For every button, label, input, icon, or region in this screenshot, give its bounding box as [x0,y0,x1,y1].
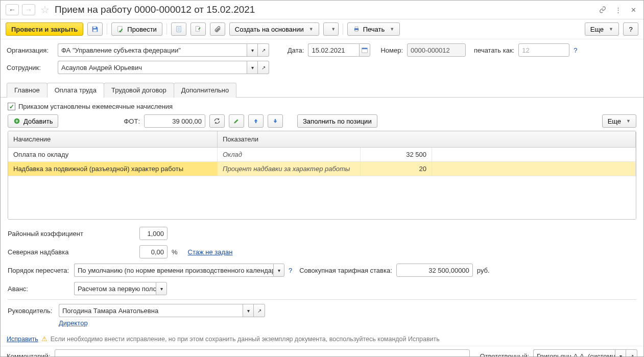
tab-pay[interactable]: Оплата труда [47,83,104,98]
rate-label: Совокупная тарифная ставка: [299,267,392,274]
region-coef-label: Районный коэффициент [8,230,135,237]
rate-unit: руб. [477,267,490,274]
date-input[interactable]: 15.02.2021 [308,43,359,57]
grid-col-accrual[interactable]: Начисление [8,131,218,147]
tab-main[interactable]: Главное [7,83,47,98]
print-as-help[interactable]: ? [574,46,577,54]
refresh-button[interactable] [209,114,225,128]
stage-link[interactable]: Стаж не задан [188,248,233,256]
table-row[interactable]: Надбавка за подвижной (разъездной) харак… [8,162,636,176]
favorite-star-icon[interactable]: ☆ [40,4,50,16]
north-input[interactable]: 0,00 [139,245,168,258]
org-input[interactable]: ФА "Управление субъекта федерации" [58,43,247,57]
svg-rect-12 [362,48,368,49]
employee-label: Сотрудник: [7,64,54,72]
move-down-button[interactable] [268,114,283,128]
table-row[interactable]: Оплата по окладу Оклад 32 500 [8,148,636,162]
nav-forward-button[interactable]: → [22,4,35,15]
date-picker-button[interactable] [359,43,370,57]
comment-input[interactable] [55,349,470,357]
print-as-label: печатать как: [474,46,514,54]
manager-open-button[interactable]: ↗ [254,304,265,317]
employee-open-button[interactable]: ↗ [258,61,269,74]
monthly-accruals-label: Приказом установлены ежемесячные начисле… [18,103,173,110]
kebab-menu-icon[interactable]: ⋮ [613,5,623,15]
manager-label: Руководитель: [8,307,55,315]
print-button[interactable]: Печать▼ [347,22,400,36]
folder-go-button[interactable]: ▼ [323,22,339,36]
advance-select[interactable]: Расчетом за первую поло [74,282,156,295]
svg-rect-10 [355,30,358,32]
move-up-button[interactable] [248,114,264,128]
employee-dropdown-button[interactable]: ▾ [247,61,258,74]
attach-button[interactable] [210,22,225,36]
post-button[interactable]: Провести [111,22,162,36]
region-coef-input[interactable]: 1,000 [139,227,168,240]
close-button[interactable]: ✕ [628,5,638,15]
fot-label: ФОТ: [124,117,140,125]
tab-contract[interactable]: Трудовой договор [104,83,174,98]
grid-col-params[interactable]: Показатели [218,131,636,147]
manager-input[interactable]: Погодина Тамара Анатольевна [59,304,243,317]
more-button[interactable]: Еще▼ [585,22,619,36]
responsible-open-button[interactable]: ↗ [626,349,637,357]
recalc-help[interactable]: ? [289,267,292,274]
employee-input[interactable]: Асаулов Андрей Юрьевич [58,61,247,74]
svg-rect-9 [355,27,358,28]
responsible-dropdown-button[interactable]: ▾ [615,349,626,357]
recalc-select[interactable]: По умолчанию (по норме времени производс… [74,264,273,277]
advance-label: Аванс: [8,285,70,293]
monthly-accruals-checkbox[interactable]: ✓ [8,103,15,110]
manager-role-link[interactable]: Директор [59,319,88,327]
number-label: Номер: [380,46,403,54]
help-button[interactable]: ? [623,22,638,36]
edit-doc-button[interactable] [190,22,206,36]
rate-input[interactable]: 32 500,00000 [396,264,473,277]
recalc-dropdown-button[interactable]: ▾ [273,264,284,277]
accruals-grid: Начисление Показатели Оплата по окладу О… [8,131,636,220]
fill-by-position-button[interactable]: Заполнить по позиции [297,114,377,128]
save-button[interactable] [87,22,103,36]
fix-link[interactable]: Исправить [7,336,38,343]
north-unit: % [172,248,178,256]
link-icon[interactable] [598,5,608,15]
recalc-label: Порядок пересчета: [8,267,70,274]
advance-dropdown-button[interactable]: ▾ [156,282,167,295]
window-title: Прием на работу 0000-000012 от 15.02.202… [55,4,594,15]
svg-rect-0 [93,27,96,28]
date-label: Дата: [288,46,304,54]
warning-icon: ⚠ [41,335,47,343]
responsible-input[interactable]: Григорьянц А.А. (системн [533,349,615,357]
document-icon-button[interactable] [171,22,186,36]
comment-label: Комментарий: [7,352,51,358]
create-based-on-button[interactable]: Создать на основании▼ [229,22,319,36]
fix-warning-text: Если необходимо внести исправление, но п… [51,336,440,343]
number-input: 0000-000012 [407,43,466,57]
org-label: Организация: [7,46,54,54]
responsible-label: Ответственный: [480,352,529,358]
grid-more-button[interactable]: Еще▼ [602,114,636,128]
org-open-button[interactable]: ↗ [258,43,269,57]
print-as-input[interactable]: 12 [518,43,569,57]
org-dropdown-button[interactable]: ▾ [247,43,258,57]
north-label: Северная надбавка [8,248,135,256]
manager-dropdown-button[interactable]: ▾ [243,304,254,317]
add-row-button[interactable]: Добавить [8,114,58,128]
svg-rect-1 [93,30,97,32]
edit-row-button[interactable] [229,114,244,128]
post-and-close-button[interactable]: Провести и закрыть [6,22,83,36]
tab-extra[interactable]: Дополнительно [174,83,237,98]
nav-back-button[interactable]: ← [6,4,19,15]
fot-input[interactable]: 39 000,00 [144,114,205,128]
